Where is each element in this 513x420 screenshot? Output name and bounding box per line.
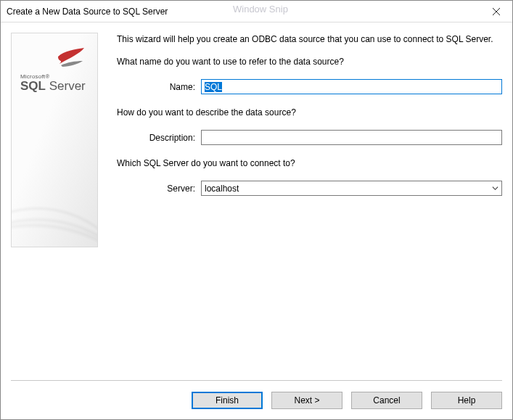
- server-combobox[interactable]: localhost: [201, 181, 502, 196]
- label-description: Description:: [117, 133, 201, 143]
- name-input[interactable]: [201, 79, 502, 94]
- help-button[interactable]: Help: [431, 392, 502, 409]
- row-server: Server: localhost: [117, 181, 502, 196]
- side-graphic: Microsoft® SQL Server: [11, 33, 98, 247]
- intro-text: This wizard will help you create an ODBC…: [117, 34, 502, 45]
- dialog-body: Microsoft® SQL Server This wizard will h…: [1, 22, 512, 380]
- brand-text: Microsoft® SQL Server: [20, 74, 86, 92]
- server-value: localhost: [205, 184, 239, 194]
- cancel-button[interactable]: Cancel: [351, 392, 422, 409]
- question-description: How do you want to describe the data sou…: [117, 107, 502, 118]
- titlebar: Create a New Data Source to SQL Server W…: [1, 1, 512, 22]
- content-area: This wizard will help you create an ODBC…: [117, 33, 502, 380]
- label-server: Server:: [117, 184, 201, 194]
- sql-server-icon: [54, 45, 87, 71]
- question-server: Which SQL Server do you want to connect …: [117, 158, 502, 169]
- row-name: Name:: [117, 79, 502, 94]
- finish-button[interactable]: Finish: [192, 392, 263, 409]
- button-bar: Finish Next > Cancel Help: [11, 380, 502, 419]
- dialog-window: Create a New Data Source to SQL Server W…: [0, 0, 513, 420]
- close-button[interactable]: [480, 1, 512, 22]
- snip-watermark: Window Snip: [233, 4, 288, 15]
- chevron-down-icon: [492, 185, 498, 192]
- next-button[interactable]: Next >: [271, 392, 342, 409]
- brand-sqlserver: SQL Server: [20, 80, 86, 92]
- question-name: What name do you want to use to refer to…: [117, 57, 502, 67]
- label-name: Name:: [117, 82, 201, 92]
- close-icon: [493, 8, 500, 15]
- description-input[interactable]: [201, 130, 502, 145]
- row-description: Description:: [117, 130, 502, 145]
- window-title: Create a New Data Source to SQL Server: [7, 7, 168, 17]
